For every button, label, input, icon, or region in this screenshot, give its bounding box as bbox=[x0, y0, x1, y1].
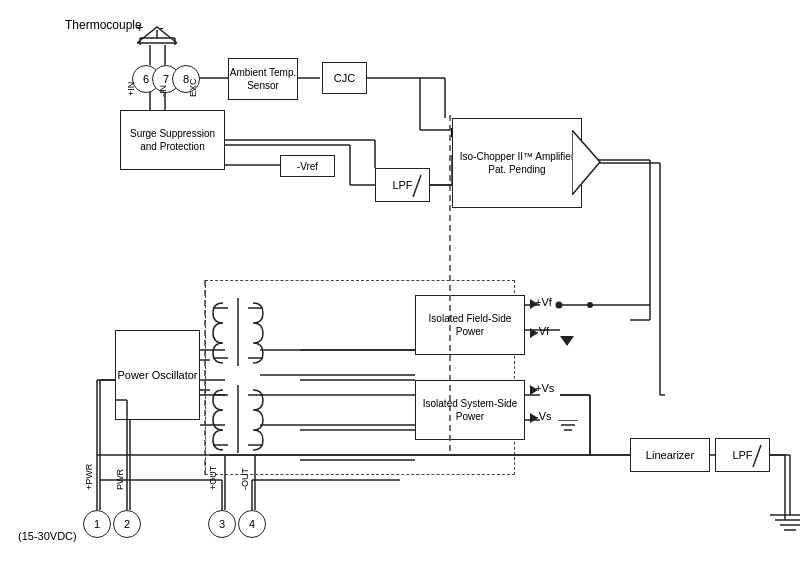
neg-vref-box: -Vref bbox=[280, 155, 335, 177]
svg-line-54 bbox=[413, 175, 421, 197]
isolation-barrier-line bbox=[445, 115, 455, 455]
block-diagram: Thermocouple + - 6 7 8 +IN -IN EXC Ambie… bbox=[0, 0, 800, 565]
thermocouple-connector bbox=[132, 25, 182, 45]
terminal-3: 3 bbox=[208, 510, 236, 538]
terminal-1: 1 bbox=[83, 510, 111, 538]
lpf-bottom-slash bbox=[749, 441, 765, 469]
iso-chopper-box: Iso-Chopper II™ Amplifier Pat. Pending bbox=[452, 118, 582, 208]
plus-vs-arrow bbox=[530, 385, 538, 395]
ambient-temp-sensor: Ambient Temp. Sensor bbox=[228, 58, 298, 100]
svg-marker-55 bbox=[572, 130, 600, 195]
transformer-system-coils bbox=[208, 375, 268, 455]
thermocouple-label: Thermocouple bbox=[65, 18, 142, 32]
plus-vf-arrow bbox=[530, 299, 538, 309]
lpf-top-slash bbox=[409, 171, 425, 199]
plus-pwr-label: +PWR bbox=[84, 464, 94, 490]
surge-suppression-box: Surge Suppression and Protection bbox=[120, 110, 225, 170]
plus-in-label: +IN bbox=[126, 82, 136, 96]
ground-triangle-vf bbox=[560, 336, 574, 346]
transformer-field-coils bbox=[208, 288, 268, 368]
ground-vs bbox=[558, 420, 578, 436]
neg-in-label: -IN bbox=[158, 85, 168, 97]
svg-point-108 bbox=[556, 302, 563, 309]
exc-label: EXC bbox=[188, 78, 198, 97]
pwr-label: PWR bbox=[115, 469, 125, 490]
power-oscillator-box: Power Oscillator bbox=[115, 330, 200, 420]
neg-vs-arrow bbox=[530, 413, 538, 423]
amplifier-triangle bbox=[572, 130, 602, 195]
neg-vf-arrow bbox=[530, 328, 538, 338]
linearizer-box: Linearizer bbox=[630, 438, 710, 472]
lpf-top-box: LPF bbox=[375, 168, 430, 202]
cjc-box: CJC bbox=[322, 62, 367, 94]
out-label: -OUT bbox=[240, 468, 250, 490]
plus-out-label: +OUT bbox=[208, 466, 218, 490]
lpf-bottom-box: LPF bbox=[715, 438, 770, 472]
voltage-range-label: (15-30VDC) bbox=[18, 530, 77, 542]
terminal-4: 4 bbox=[238, 510, 266, 538]
svg-line-69 bbox=[753, 445, 761, 467]
terminal-2: 2 bbox=[113, 510, 141, 538]
svg-point-24 bbox=[587, 302, 593, 308]
isolated-system-power-box: Isolated System-Side Power bbox=[415, 380, 525, 440]
isolated-field-power-box: Isolated Field-Side Power bbox=[415, 295, 525, 355]
